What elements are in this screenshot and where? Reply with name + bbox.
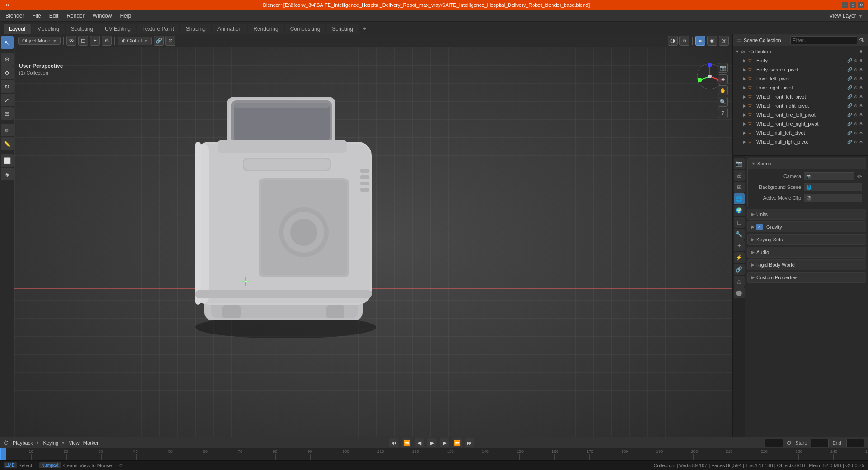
outliner-item-body[interactable]: ▶ ▽ Body 🔗 ⊙ 👁 xyxy=(733,56,868,65)
select-menu-button[interactable]: ◻ xyxy=(78,36,88,46)
gravity-section-header[interactable]: ▶ ✓ Gravity xyxy=(748,222,866,232)
outliner-scene-collection[interactable]: ▼ 🗂 Collection 👁 xyxy=(733,47,868,56)
visibility-icon[interactable]: 👁 xyxy=(859,131,866,136)
visibility-icon[interactable]: 👁 xyxy=(859,58,866,63)
visibility-icon[interactable]: 👁 xyxy=(859,85,866,90)
gravity-checkbox[interactable]: ✓ xyxy=(756,224,763,230)
timeline-mode-icon[interactable]: ⏱ xyxy=(4,440,9,446)
particles-props-icon[interactable]: ✦ xyxy=(734,240,745,251)
outliner-item-door-left-pivot[interactable]: ▶ ▽ Door_left_pivot 🔗 ⊙ 👁 xyxy=(733,74,868,83)
tab-sculpting[interactable]: Sculpting xyxy=(66,24,99,34)
end-frame-input[interactable]: 250 xyxy=(846,439,864,447)
physics-props-icon[interactable]: ⚡ xyxy=(734,252,745,263)
restrict-icon[interactable]: ⊙ xyxy=(854,76,858,81)
object-mode-button[interactable]: Object Mode ▼ xyxy=(18,37,61,45)
units-section-header[interactable]: ▶ Units xyxy=(748,209,866,219)
expand-icon[interactable]: ▶ xyxy=(742,103,747,108)
add-object-button[interactable]: ◈ xyxy=(1,168,14,180)
visibility-icon[interactable]: 👁 xyxy=(859,140,866,145)
menu-help[interactable]: Help xyxy=(116,12,135,20)
visibility-icon[interactable]: 👁 xyxy=(859,113,866,118)
jump-end-button[interactable]: ⏭ xyxy=(465,438,474,447)
tab-rendering[interactable]: Rendering xyxy=(248,24,283,34)
select-tool-button[interactable]: ↖ xyxy=(1,36,14,49)
expand-icon[interactable]: ▶ xyxy=(742,94,747,99)
object-menu-button[interactable]: ⚙ xyxy=(102,36,112,46)
visibility-icon[interactable]: 👁 xyxy=(859,76,866,81)
action-icon[interactable]: 🔗 xyxy=(847,58,853,63)
restrict-icon[interactable]: ⊙ xyxy=(854,140,858,144)
tab-compositing[interactable]: Compositing xyxy=(285,24,326,34)
next-frame-button[interactable]: ▶ xyxy=(440,438,449,447)
transform-tool-button[interactable]: ⊞ xyxy=(1,107,14,120)
viewport-canvas[interactable]: User Perspective (1) Collection X Y xyxy=(14,47,732,437)
solid-shading-button[interactable]: ● xyxy=(695,36,705,46)
camera-value[interactable]: 📷 xyxy=(804,172,854,180)
close-button[interactable]: ✕ xyxy=(858,2,864,8)
grab-tool-button[interactable]: ✋ xyxy=(718,85,728,95)
overlay-button[interactable]: ◑ xyxy=(668,36,678,46)
outliner-item-wheel-front-tire-left-pivot[interactable]: ▶ ▽ Wheel_front_tire_left_pivot 🔗 ⊙ 👁 xyxy=(733,110,868,119)
playback-dropdown-arrow[interactable]: ▼ xyxy=(36,441,40,445)
menu-file[interactable]: File xyxy=(28,12,44,20)
data-props-icon[interactable]: △ xyxy=(734,276,745,287)
viewport[interactable]: Object Mode ▼ 👁 ◻ + ⚙ ⊕ Global ▼ 🔗 ⊙ ◑ ⧄… xyxy=(14,34,732,437)
tab-uv-editing[interactable]: UV Editing xyxy=(99,24,136,34)
action-icon[interactable]: 🔗 xyxy=(847,85,853,90)
tab-layout[interactable]: Layout xyxy=(4,24,31,34)
custom-properties-section-header[interactable]: ▶ Custom Properties xyxy=(748,273,866,282)
expand-icon[interactable]: ▶ xyxy=(742,131,747,135)
active-movie-clip-value[interactable]: 🎬 xyxy=(804,194,862,202)
outliner-item-wheel-mail-right-pivot[interactable]: ▶ ▽ Wheel_mail_right_pivot 🔗 ⊙ 👁 xyxy=(733,137,868,146)
visibility-icon[interactable]: 👁 xyxy=(859,103,866,108)
modifier-props-icon[interactable]: 🔧 xyxy=(734,229,745,240)
scene-section-header[interactable]: ▼ Scene xyxy=(748,159,866,169)
menu-render[interactable]: Render xyxy=(63,12,88,20)
tab-modeling[interactable]: Modeling xyxy=(32,24,65,34)
render-shading-button[interactable]: ◎ xyxy=(719,36,729,46)
material-props-icon[interactable]: ⬤ xyxy=(734,287,745,298)
outliner-menu-icon[interactable]: ☰ xyxy=(736,37,742,43)
frame1-indicator[interactable] xyxy=(0,448,6,460)
add-workspace-button[interactable]: + xyxy=(359,24,370,34)
camera-view-button[interactable]: 📷 xyxy=(718,63,728,73)
move-tool-button[interactable]: ✥ xyxy=(1,66,14,79)
expand-icon[interactable]: ▶ xyxy=(742,58,747,63)
keying-dropdown-arrow[interactable]: ▼ xyxy=(61,441,65,445)
snap-button[interactable]: 🔗 xyxy=(154,36,164,46)
outliner-item-wheel-mail-left-pivot[interactable]: ▶ ▽ Wheel_mail_left_pivot 🔗 ⊙ 👁 xyxy=(733,128,868,137)
action-icon[interactable]: 🔗 xyxy=(847,103,853,108)
expand-icon[interactable]: ▶ xyxy=(742,140,747,144)
restrict-icon[interactable]: ⊙ xyxy=(854,131,858,135)
restrict-icon[interactable]: ⊙ xyxy=(854,113,858,117)
material-shading-button[interactable]: ◉ xyxy=(707,36,717,46)
tab-shading[interactable]: Shading xyxy=(180,24,211,34)
restrict-icon[interactable]: ⊙ xyxy=(854,103,858,108)
menu-edit[interactable]: Edit xyxy=(46,12,62,20)
playback-label[interactable]: Playback xyxy=(13,440,33,446)
transform-global-button[interactable]: ⊕ Global ▼ xyxy=(118,37,152,45)
expand-icon[interactable]: ▶ xyxy=(742,113,747,117)
expand-icon[interactable]: ▼ xyxy=(735,49,740,54)
scene-props-icon[interactable]: 🌐 xyxy=(734,193,745,204)
audio-section-header[interactable]: ▶ Audio xyxy=(748,247,866,257)
proportional-edit-button[interactable]: ⊙ xyxy=(165,36,175,46)
view-layer-props-icon[interactable]: ⊞ xyxy=(734,182,745,193)
view-menu-button[interactable]: 👁 xyxy=(66,36,76,46)
restrict-icon[interactable]: ⊙ xyxy=(854,67,858,72)
measure-tool-button[interactable]: 📏 xyxy=(1,137,14,150)
keying-sets-section-header[interactable]: ▶ Keying Sets xyxy=(748,235,866,244)
visibility-icon[interactable]: 👁 xyxy=(859,67,866,72)
marker-label[interactable]: Marker xyxy=(83,440,99,446)
scale-tool-button[interactable]: ⤢ xyxy=(1,94,14,106)
tab-texture-paint[interactable]: Texture Paint xyxy=(137,24,179,34)
expand-icon[interactable]: ▶ xyxy=(742,122,747,126)
menu-window[interactable]: Window xyxy=(89,12,116,20)
visibility-icon[interactable]: 👁 xyxy=(859,122,866,127)
expand-icon[interactable]: ▶ xyxy=(742,76,747,81)
action-icon[interactable]: 🔗 xyxy=(847,140,853,144)
start-frame-input[interactable]: 1 xyxy=(811,439,829,447)
tab-scripting[interactable]: Scripting xyxy=(326,24,359,34)
action-icon[interactable]: 🔗 xyxy=(847,76,853,81)
outliner-item-door-right-pivot[interactable]: ▶ ▽ Door_right_pivot 🔗 ⊙ 👁 xyxy=(733,83,868,92)
